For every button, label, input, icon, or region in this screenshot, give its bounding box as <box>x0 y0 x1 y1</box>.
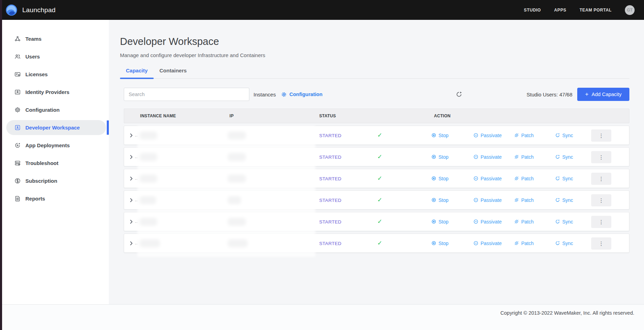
action-patch[interactable]: Patch <box>514 133 534 138</box>
tab-containers[interactable]: Containers <box>154 68 193 78</box>
action-sync[interactable]: Sync <box>555 154 573 160</box>
sidebar-item-users[interactable]: Users <box>0 49 109 64</box>
action-patch[interactable]: Patch <box>514 241 534 246</box>
page-subtitle: Manage and configure developer Infrastru… <box>120 52 629 58</box>
sidebar: Teams Users Licenses Identity Providers … <box>0 20 109 304</box>
action-patch[interactable]: Patch <box>514 219 534 225</box>
action-patch[interactable]: Patch <box>514 154 534 160</box>
add-capacity-button[interactable]: + Add Capacity <box>577 88 629 101</box>
action-stop[interactable]: Stop <box>431 133 449 138</box>
avatar[interactable]: GT <box>625 5 635 15</box>
status-text: STARTED <box>319 133 341 138</box>
action-stop[interactable]: Stop <box>431 154 449 160</box>
reports-icon <box>14 195 21 202</box>
chevron-right-icon[interactable] <box>129 197 134 203</box>
search-input[interactable] <box>124 88 249 101</box>
chevron-right-icon[interactable] <box>129 219 134 224</box>
redacted-ip <box>228 196 241 204</box>
passivate-icon <box>473 133 478 138</box>
status-text: STARTED <box>319 176 341 181</box>
action-patch[interactable]: Patch <box>514 197 534 203</box>
redaction-dots: .. <box>135 155 138 159</box>
kebab-menu-button[interactable]: ⋮ <box>591 173 611 185</box>
action-label: Passivate <box>481 197 502 203</box>
redacted-ip <box>228 131 246 139</box>
topnav-studio[interactable]: STUDIO <box>524 8 541 13</box>
passivate-icon <box>473 176 478 181</box>
configuration-label: Configuration <box>289 92 322 97</box>
sidebar-item-label: Configuration <box>25 107 59 113</box>
redacted-instance-name <box>140 174 157 182</box>
redacted-instance-name <box>140 131 157 139</box>
sync-icon <box>555 176 560 181</box>
chevron-right-icon[interactable] <box>129 133 134 138</box>
sidebar-item-troubleshoot[interactable]: Troubleshoot <box>0 156 109 171</box>
kebab-menu-button[interactable]: ⋮ <box>591 216 611 228</box>
action-label: Stop <box>438 133 449 138</box>
action-label: Sync <box>562 176 573 181</box>
action-label: Sync <box>562 154 573 160</box>
col-instance-name: INSTANCE NAME <box>140 113 176 118</box>
action-passivate[interactable]: Passivate <box>473 176 502 181</box>
table-row: .. STARTED ✓ StopPassivatePatchSync⋮ <box>124 169 629 188</box>
sidebar-item-configuration[interactable]: Configuration <box>0 102 109 117</box>
redaction-dots: .. <box>135 198 138 202</box>
passivate-icon <box>473 154 478 159</box>
stop-icon <box>431 219 436 224</box>
action-label: Stop <box>438 219 449 225</box>
kebab-menu-button[interactable]: ⋮ <box>591 237 611 250</box>
action-label: Sync <box>562 197 573 203</box>
sidebar-item-identity-providers[interactable]: Identity Providers <box>0 85 109 100</box>
action-passivate[interactable]: Passivate <box>473 154 502 160</box>
action-stop[interactable]: Stop <box>431 197 449 203</box>
stop-icon <box>431 133 436 138</box>
sidebar-item-teams[interactable]: Teams <box>0 31 109 46</box>
table-row: .. STARTED ✓ StopPassivatePatchSync⋮ <box>124 212 629 231</box>
topnav-team-portal[interactable]: TEAM PORTAL <box>580 8 612 13</box>
brand-name: Launchpad <box>22 6 56 14</box>
wavemaker-logo-icon <box>6 4 17 16</box>
kebab-menu-icon: ⋮ <box>599 154 604 160</box>
action-passivate[interactable]: Passivate <box>473 197 502 203</box>
sidebar-item-label: Identity Providers <box>25 89 70 95</box>
chevron-right-icon[interactable] <box>129 154 134 159</box>
action-sync[interactable]: Sync <box>555 133 573 138</box>
sidebar-item-subscription[interactable]: Subscription <box>0 173 109 188</box>
action-stop[interactable]: Stop <box>431 176 449 181</box>
action-sync[interactable]: Sync <box>555 176 573 181</box>
action-sync[interactable]: Sync <box>555 219 573 225</box>
topnav-apps[interactable]: APPS <box>554 8 566 13</box>
action-passivate[interactable]: Passivate <box>473 219 502 225</box>
topnav: STUDIO APPS TEAM PORTAL GT <box>524 5 644 15</box>
action-sync[interactable]: Sync <box>555 241 573 246</box>
action-patch[interactable]: Patch <box>514 176 534 181</box>
kebab-menu-button[interactable]: ⋮ <box>591 129 611 142</box>
chevron-right-icon[interactable] <box>129 241 134 246</box>
action-passivate[interactable]: Passivate <box>473 241 502 246</box>
configuration-link[interactable]: Configuration <box>281 92 322 97</box>
refresh-icon[interactable] <box>456 91 462 98</box>
kebab-menu-button[interactable]: ⋮ <box>591 194 611 206</box>
action-sync[interactable]: Sync <box>555 197 573 203</box>
action-stop[interactable]: Stop <box>431 219 449 225</box>
sidebar-item-licenses[interactable]: Licenses <box>0 67 109 82</box>
redaction-dots: .. <box>135 176 138 180</box>
kebab-menu-button[interactable]: ⋮ <box>591 151 611 163</box>
action-passivate[interactable]: Passivate <box>473 133 502 138</box>
kebab-menu-icon: ⋮ <box>599 197 604 203</box>
sidebar-item-developer-workspace[interactable]: Developer Workspace <box>0 120 109 135</box>
chevron-right-icon[interactable] <box>129 176 134 181</box>
passivate-icon <box>473 197 478 203</box>
tab-capacity[interactable]: Capacity <box>120 68 154 78</box>
redacted-ip <box>228 174 246 182</box>
sidebar-item-app-deployments[interactable]: App Deployments <box>0 138 109 153</box>
patch-icon <box>514 176 519 181</box>
tabs: Capacity Containers <box>120 68 629 79</box>
sidebar-item-label: Troubleshoot <box>25 160 58 166</box>
sidebar-item-label: Users <box>25 54 40 60</box>
action-stop[interactable]: Stop <box>431 241 449 246</box>
passivate-icon <box>473 219 478 224</box>
sidebar-item-reports[interactable]: Reports <box>0 191 109 206</box>
table-row: .. STARTED ✓ StopPassivatePatchSync⋮ <box>124 147 629 166</box>
redaction-dots: .. <box>135 241 138 245</box>
